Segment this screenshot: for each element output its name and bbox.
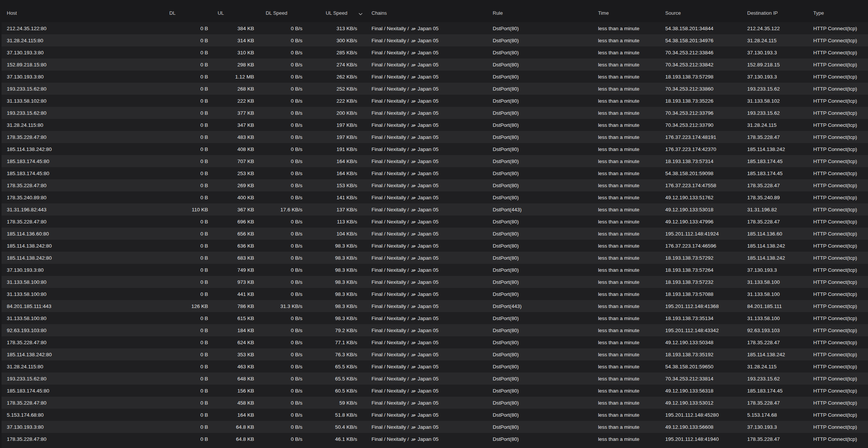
dl-cell: 0 B [169, 276, 208, 288]
connection-row[interactable]: 37.130.193.3:80 0 B 749 KB 0 B/s 98.3 KB… [2, 264, 868, 276]
source-cell: 195.201.112.148:43342 [665, 324, 747, 336]
connection-row[interactable]: 185.183.174.45:80 0 B 253 KB 0 B/s 164 K… [2, 167, 868, 179]
connection-row[interactable]: 185.114.138.242:80 0 B 683 KB 0 B/s 98.3… [2, 252, 868, 264]
source-cell: 54.38.158.201:34844 [665, 22, 747, 34]
connection-row[interactable]: 37.130.193.3:80 0 B 64.8 KB 0 B/s 50.4 K… [2, 421, 868, 433]
connection-row[interactable]: 152.89.218.15:80 0 B 298 KB 0 B/s 274 KB… [2, 59, 868, 71]
ul-speed-cell: 98.3 KB/s [302, 276, 357, 288]
proxy-node-name: Japan 05 [418, 364, 439, 369]
source-cell: 49.12.190.133:47996 [665, 216, 747, 228]
rule-cell: DstPort(80) [493, 59, 598, 71]
connection-row[interactable]: 5.153.174.68:80 0 B 164 KB 0 B/s 51.8 KB… [2, 409, 868, 421]
ul-cell: 707 KB [208, 155, 254, 167]
host-cell: 212.24.35.122:80 [2, 22, 169, 34]
destination-ip-cell: 178.35.228.47 [747, 179, 813, 191]
connection-row[interactable]: 212.24.35.122:80 0 B 384 KB 0 B/s 313 KB… [2, 22, 868, 34]
chain-path: Final / Nexitally / [372, 424, 409, 430]
source-cell: 49.12.190.133:53018 [665, 203, 747, 216]
ul-cell: 636 KB [208, 240, 254, 252]
type-cell: HTTP Connect(tcp) [813, 179, 868, 191]
proxy-node-name: Japan 05 [418, 279, 439, 285]
connection-row[interactable]: 185.114.138.242:80 0 B 353 KB 0 B/s 76.3… [2, 348, 868, 360]
connection-row[interactable]: 31.133.58.100:80 0 B 973 KB 0 B/s 98.3 K… [2, 276, 868, 288]
ul-speed-cell: 50.4 KB/s [302, 421, 357, 433]
chains-cell: Final / Nexitally /JPJapan 05 [357, 83, 493, 95]
connection-row[interactable]: 37.130.193.3:80 0 B 1.12 MB 0 B/s 262 KB… [2, 71, 868, 83]
connection-row[interactable]: 31.133.58.102:80 0 B 222 KB 0 B/s 222 KB… [2, 95, 868, 107]
source-cell: 195.201.112.148:45280 [665, 409, 747, 421]
connection-row[interactable]: 185.114.138.242:80 0 B 636 KB 0 B/s 98.3… [2, 240, 868, 252]
type-cell: HTTP Connect(tcp) [813, 252, 868, 264]
dl-cell: 0 B [169, 288, 208, 300]
proxy-node-name: Japan 05 [418, 291, 439, 297]
host-cell: 37.130.193.3:80 [2, 46, 169, 59]
column-header-dl-speed[interactable]: DL Speed [254, 0, 302, 22]
proxy-node-name: Japan 05 [418, 38, 439, 43]
column-header-host[interactable]: Host [2, 0, 169, 22]
proxy-node-name: Japan 05 [418, 74, 439, 80]
column-header-dl[interactable]: DL [169, 0, 208, 22]
source-cell: 54.38.158.201:59098 [665, 167, 747, 179]
connection-row[interactable]: 178.35.228.47:80 0 B 483 KB 0 B/s 197 KB… [2, 131, 868, 143]
chain-path: Final / Nexitally / [372, 255, 409, 261]
connection-row[interactable]: 178.35.228.47:80 0 B 269 KB 0 B/s 153 KB… [2, 179, 868, 191]
ul-cell: 253 KB [208, 167, 254, 179]
source-cell: 18.193.138.73:57292 [665, 252, 747, 264]
source-cell: 70.34.253.212:33842 [665, 59, 747, 71]
dl-speed-cell: 0 B/s [254, 191, 302, 203]
connection-row[interactable]: 31.28.24.115:80 0 B 347 KB 0 B/s 197 KB/… [2, 119, 868, 131]
connection-row[interactable]: 185.183.174.45:80 0 B 156 KB 0 B/s 60.5 … [2, 385, 868, 397]
connection-row[interactable]: 185.114.136.60:80 0 B 656 KB 0 B/s 104 K… [2, 228, 868, 240]
jp-flag-icon: JP [411, 88, 416, 91]
connection-row[interactable]: 178.35.228.47:80 0 B 458 KB 0 B/s 59 KB/… [2, 397, 868, 409]
dl-speed-cell: 0 B/s [254, 95, 302, 107]
dl-speed-cell: 0 B/s [254, 240, 302, 252]
column-header-source[interactable]: Source [665, 0, 747, 22]
rule-cell: DstPort(80) [493, 264, 598, 276]
ul-speed-cell: 98.3 KB/s [302, 288, 357, 300]
source-cell: 70.34.253.212:33860 [665, 83, 747, 95]
connection-row[interactable]: 84.201.185.111:443 126 KB 786 KB 31.3 KB… [2, 300, 868, 312]
column-header-chains[interactable]: Chains [357, 0, 493, 22]
column-header-ul[interactable]: UL [208, 0, 254, 22]
time-cell: less than a minute [598, 143, 665, 155]
ul-cell: 347 KB [208, 119, 254, 131]
connection-row[interactable]: 178.35.228.47:80 0 B 64.8 KB 0 B/s 46.1 … [2, 433, 868, 445]
column-header-ul-speed-label: UL Speed [326, 10, 347, 16]
column-header-time[interactable]: Time [598, 0, 665, 22]
ul-cell: 314 KB [208, 34, 254, 46]
connection-row[interactable]: 31.31.196.82:443 110 KB 367 KB 17.6 KB/s… [2, 203, 868, 216]
connection-row[interactable]: 178.35.228.47:80 0 B 696 KB 0 B/s 113 KB… [2, 216, 868, 228]
column-header-type[interactable]: Type [813, 0, 868, 22]
connection-row[interactable]: 31.28.24.115:80 0 B 463 KB 0 B/s 65.5 KB… [2, 360, 868, 373]
connection-row[interactable]: 31.28.24.115:80 0 B 314 KB 0 B/s 300 KB/… [2, 34, 868, 46]
connection-row[interactable]: 178.35.240.89:80 0 B 400 KB 0 B/s 141 KB… [2, 191, 868, 203]
ul-speed-cell: 65.5 KB/s [302, 373, 357, 385]
rule-cell: DstPort(80) [493, 360, 598, 373]
host-cell: 178.35.228.47:80 [2, 216, 169, 228]
connection-row[interactable]: 31.133.58.100:80 0 B 615 KB 0 B/s 98.3 K… [2, 312, 868, 324]
ul-speed-cell: 98.3 KB/s [302, 312, 357, 324]
rule-cell: DstPort(80) [493, 409, 598, 421]
connection-row[interactable]: 193.233.15.62:80 0 B 648 KB 0 B/s 65.5 K… [2, 373, 868, 385]
connection-row[interactable]: 31.133.58.100:80 0 B 441 KB 0 B/s 98.3 K… [2, 288, 868, 300]
column-header-destination-ip[interactable]: Destination IP [747, 0, 813, 22]
time-cell: less than a minute [598, 155, 665, 167]
column-header-rule[interactable]: Rule [493, 0, 598, 22]
time-cell: less than a minute [598, 119, 665, 131]
connection-row[interactable]: 92.63.193.103:80 0 B 184 KB 0 B/s 79.2 K… [2, 324, 868, 336]
connection-row[interactable]: 185.114.138.242:80 0 B 408 KB 0 B/s 191 … [2, 143, 868, 155]
destination-ip-cell: 178.35.228.47 [747, 433, 813, 445]
proxy-node-name: Japan 05 [418, 424, 439, 430]
proxy-node-name: Japan 05 [418, 195, 439, 200]
connection-row[interactable]: 178.35.228.47:80 0 B 624 KB 0 B/s 77.1 K… [2, 336, 868, 348]
connection-row[interactable]: 193.233.15.62:80 0 B 268 KB 0 B/s 252 KB… [2, 83, 868, 95]
connection-row[interactable]: 37.130.193.3:80 0 B 310 KB 0 B/s 285 KB/… [2, 46, 868, 59]
destination-ip-cell: 178.35.240.89 [747, 191, 813, 203]
dl-speed-cell: 0 B/s [254, 312, 302, 324]
destination-ip-cell: 92.63.193.103 [747, 324, 813, 336]
time-cell: less than a minute [598, 203, 665, 216]
connection-row[interactable]: 193.233.15.62:80 0 B 377 KB 0 B/s 200 KB… [2, 107, 868, 119]
connection-row[interactable]: 185.183.174.45:80 0 B 707 KB 0 B/s 164 K… [2, 155, 868, 167]
column-header-ul-speed[interactable]: UL Speed [302, 0, 357, 22]
